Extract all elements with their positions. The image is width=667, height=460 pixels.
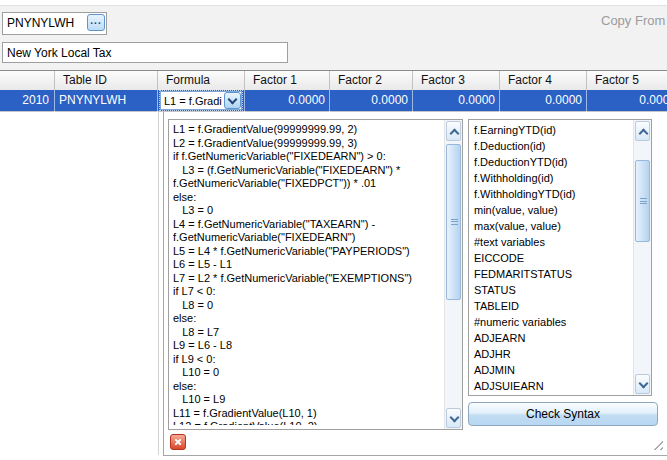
row-formula-cell[interactable]: L1 = f.Gradi bbox=[158, 90, 245, 112]
table-row[interactable]: 2010 PNYNYLWH L1 = f.Gradi 0.0000 0.0000… bbox=[0, 90, 667, 112]
scroll-up-button[interactable] bbox=[635, 121, 650, 141]
function-list-item[interactable]: #text variables bbox=[469, 234, 633, 250]
function-list-item[interactable]: ADJSUIEARN bbox=[469, 378, 633, 394]
scroll-up-button[interactable] bbox=[446, 121, 461, 141]
function-list-item[interactable]: f.WithholdingYTD(id) bbox=[469, 186, 633, 202]
function-list-item[interactable]: FEDMARITSTATUS bbox=[469, 266, 633, 282]
row-factor2-cell[interactable]: 0.0000 bbox=[330, 90, 413, 112]
chevron-up-icon bbox=[639, 129, 649, 139]
formula-editor-popup: L1 = f.GradientValue(99999999.99, 2) L2 … bbox=[163, 112, 667, 456]
header-bar: ... Copy From bbox=[0, 5, 667, 71]
scroll-grip-icon bbox=[640, 198, 647, 204]
table-name-input[interactable] bbox=[2, 42, 288, 63]
function-list-item[interactable]: f.EarningYTD(id) bbox=[469, 122, 633, 138]
close-editor-button[interactable] bbox=[170, 434, 186, 450]
header-table-id: Table ID bbox=[55, 71, 158, 90]
formula-code-box: L1 = f.GradientValue(99999999.99, 2) L2 … bbox=[168, 119, 463, 430]
scroll-grip-icon bbox=[451, 219, 458, 225]
formula-code-textarea[interactable]: L1 = f.GradientValue(99999999.99, 2) L2 … bbox=[169, 120, 440, 425]
scroll-down-button[interactable] bbox=[446, 408, 461, 428]
function-list-item[interactable]: EICCODE bbox=[469, 250, 633, 266]
table-code-field-wrap: ... bbox=[2, 12, 107, 35]
function-list-item[interactable]: f.DeductionYTD(id) bbox=[469, 154, 633, 170]
function-list-item[interactable]: min(value, value) bbox=[469, 202, 633, 218]
scroll-down-button[interactable] bbox=[635, 374, 650, 394]
chevron-down-icon bbox=[228, 95, 238, 105]
function-list-item[interactable]: STATUS bbox=[469, 282, 633, 298]
header-factor-3: Factor 3 bbox=[413, 71, 500, 90]
copy-from-button[interactable]: Copy From bbox=[601, 13, 665, 28]
row-factor3-cell[interactable]: 0.0000 bbox=[413, 90, 500, 112]
row-table-id-cell[interactable]: PNYNYLWH bbox=[55, 90, 158, 112]
header-factor-1: Factor 1 bbox=[245, 71, 330, 90]
function-list-item[interactable]: f.Deduction(id) bbox=[469, 138, 633, 154]
grid-header: Table ID Formula Factor 1 Factor 2 Facto… bbox=[0, 70, 667, 90]
header-factor-2: Factor 2 bbox=[330, 71, 413, 90]
chevron-down-icon bbox=[450, 413, 460, 423]
function-list-item[interactable]: f.Withholding(id) bbox=[469, 170, 633, 186]
row-factor5-cell[interactable]: 0.0000 bbox=[587, 90, 667, 112]
browse-ellipsis-button[interactable]: ... bbox=[87, 14, 105, 31]
header-selector-column bbox=[0, 71, 55, 90]
function-list-item[interactable]: ADJEARN bbox=[469, 330, 633, 346]
function-list-item[interactable]: #numeric variables bbox=[469, 314, 633, 330]
header-factor-4: Factor 4 bbox=[500, 71, 587, 90]
function-list-item[interactable]: ADJMIN bbox=[469, 362, 633, 378]
function-list-item[interactable]: ADJHR bbox=[469, 346, 633, 362]
function-list-item[interactable]: TABLEID bbox=[469, 298, 633, 314]
scroll-thumb[interactable] bbox=[635, 160, 650, 242]
code-scrollbar[interactable] bbox=[444, 120, 462, 429]
chevron-down-icon bbox=[639, 379, 649, 389]
check-syntax-button[interactable]: Check Syntax bbox=[468, 402, 658, 426]
function-list-scrollbar[interactable] bbox=[633, 120, 651, 395]
resize-grip-icon[interactable] bbox=[650, 437, 663, 450]
header-formula: Formula bbox=[158, 71, 245, 90]
table-code-input[interactable] bbox=[3, 13, 87, 32]
row-factor4-cell[interactable]: 0.0000 bbox=[500, 90, 587, 112]
formula-dropdown-button[interactable] bbox=[224, 92, 241, 109]
column-separator-line bbox=[158, 112, 159, 455]
formula-combobox[interactable]: L1 = f.Gradi bbox=[160, 91, 242, 110]
function-list-box: f.EarningYTD(id)f.Deduction(id)f.Deducti… bbox=[468, 119, 652, 396]
function-list: f.EarningYTD(id)f.Deduction(id)f.Deducti… bbox=[469, 122, 633, 394]
chevron-up-icon bbox=[450, 129, 460, 139]
tax-formula-editor-window: ... Copy From Table ID Formula Factor 1 … bbox=[0, 0, 667, 460]
row-factor1-cell[interactable]: 0.0000 bbox=[245, 90, 330, 112]
function-list-item[interactable]: max(value, value) bbox=[469, 218, 633, 234]
header-factor-5: Factor 5 bbox=[587, 71, 667, 90]
scroll-thumb[interactable] bbox=[446, 144, 461, 300]
row-id-cell[interactable]: 2010 bbox=[0, 90, 55, 112]
formula-combobox-value: L1 = f.Gradi bbox=[164, 93, 222, 109]
